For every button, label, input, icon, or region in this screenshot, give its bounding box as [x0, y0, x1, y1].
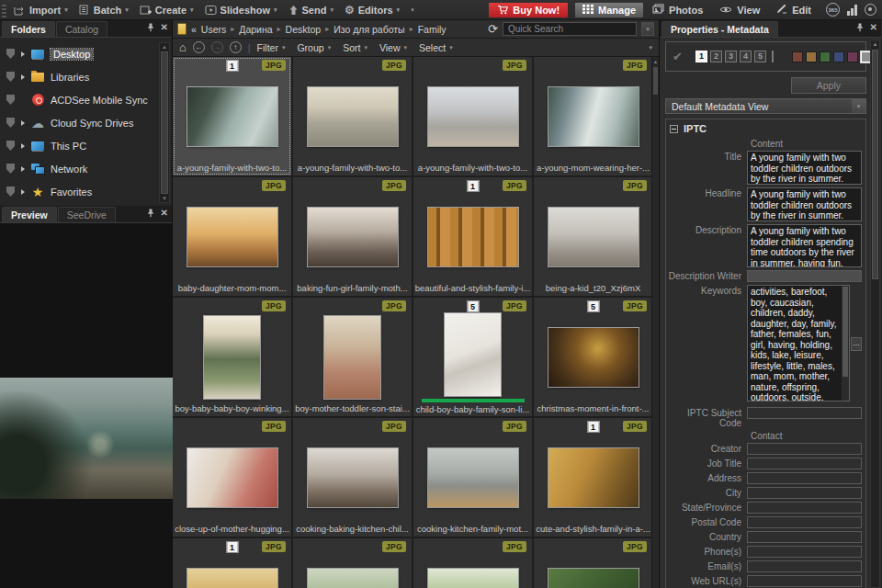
quick-search-dropdown[interactable]: ▾ — [641, 22, 654, 36]
tree-item-this-pc[interactable]: This PC — [4, 134, 157, 157]
tree-item-desktop[interactable]: Desktop — [4, 42, 157, 65]
thumbnail-image[interactable] — [548, 328, 639, 387]
color-label-4[interactable] — [833, 51, 844, 62]
expand-arrow-icon[interactable] — [21, 120, 25, 126]
breadcrumb-item[interactable]: Изо для работы — [334, 24, 405, 35]
thumbnail-image[interactable] — [204, 316, 260, 399]
preview-image[interactable] — [0, 378, 173, 499]
thumbnail-cell[interactable]: 1JPGcute-and-stylish-family-in-a-... — [534, 418, 652, 537]
mode-photos[interactable]: Photos — [645, 2, 710, 17]
menu-create[interactable]: Create▾ — [140, 5, 194, 16]
thumbnail-image[interactable] — [308, 448, 398, 507]
back-icon[interactable]: ← — [193, 41, 205, 53]
thumbnail-image[interactable] — [308, 208, 398, 266]
thumbnail-cell[interactable]: 1JPG — [173, 538, 291, 588]
thumbnail-image[interactable] — [445, 313, 501, 396]
mode-manage[interactable]: Manage — [575, 3, 643, 17]
thumbnail-image[interactable] — [187, 448, 277, 507]
tree-item-network[interactable]: Network — [4, 157, 157, 180]
mode-edit[interactable]: Edit — [769, 2, 819, 17]
close-panel-icon[interactable]: ✕ — [161, 209, 168, 218]
up-icon[interactable]: ↑ — [230, 41, 242, 53]
color-label-2[interactable] — [806, 51, 817, 62]
expand-arrow-icon[interactable] — [21, 143, 25, 149]
thumbnail-image[interactable] — [548, 569, 639, 588]
toolbar-overflow-icon[interactable]: ▾ — [649, 44, 652, 51]
web-url-s--input[interactable] — [747, 575, 862, 587]
phone-s--input[interactable] — [747, 546, 862, 558]
menu-slideshow[interactable]: Slideshow▾ — [205, 5, 277, 16]
acdsee-365-icon[interactable]: 365 — [826, 3, 840, 17]
menu-view[interactable]: View▾ — [379, 42, 407, 53]
thumbnail-cell[interactable]: JPGbaby-daughter-mom-mom... — [173, 177, 291, 296]
rating-5-button[interactable]: 5 — [754, 51, 766, 62]
rating-2-button[interactable]: 2 — [710, 51, 722, 62]
description-writer-input[interactable] — [747, 270, 862, 282]
breadcrumb-back-icon[interactable]: « — [191, 24, 197, 35]
refresh-icon[interactable]: ⟳ — [488, 24, 498, 35]
menu-select[interactable]: Select▾ — [419, 42, 453, 53]
breadcrumb-item[interactable]: Дарина — [239, 24, 272, 35]
title-input[interactable]: A young family with two toddler children… — [747, 151, 862, 185]
address-input[interactable] — [747, 472, 862, 484]
scroll-up-icon[interactable]: ▲ — [871, 41, 879, 47]
tab-seedrive[interactable]: SeeDrive — [58, 207, 116, 222]
breadcrumb-item[interactable]: Desktop — [286, 24, 322, 35]
city-input[interactable] — [747, 487, 862, 499]
thumbnail-cell[interactable]: 5JPGchild-boy-baby-family-son-li... — [413, 298, 532, 416]
grid-scrollbar[interactable]: ▲ — [651, 57, 659, 588]
thumbnail-cell[interactable]: JPGbeing-a-kid_t20_Xzj6mX — [534, 177, 652, 296]
toolbar-grip[interactable] — [2, 3, 6, 17]
thumbnail-cell[interactable]: JPG — [293, 538, 412, 588]
keywords-more-button[interactable]: ... — [851, 337, 862, 351]
keywords-scrollbar[interactable] — [842, 286, 849, 401]
menu-import[interactable]: Import▾ — [14, 5, 68, 16]
mode-view[interactable]: View — [712, 3, 767, 17]
thumbnail-image[interactable] — [308, 569, 398, 588]
tree-item-favorites[interactable]: ★Favorites — [4, 180, 157, 203]
country-input[interactable] — [747, 531, 862, 543]
scroll-down-icon[interactable]: ▼ — [160, 196, 169, 201]
thumbnail-cell[interactable]: 1JPGbeautiful-and-stylish-family-i... — [413, 177, 532, 296]
current-folder-icon[interactable] — [177, 23, 187, 35]
thumbnail-image[interactable] — [548, 448, 639, 507]
thumbnail-cell[interactable]: JPGbaking-fun-girl-family-moth... — [293, 177, 412, 296]
thumbnail-image[interactable] — [428, 87, 518, 146]
sync-status-icon[interactable] — [865, 4, 876, 16]
iptc-section-header[interactable]: IPTC — [668, 121, 862, 136]
thumbnail-image[interactable] — [187, 208, 277, 266]
expand-arrow-icon[interactable] — [21, 51, 25, 57]
rating-4-button[interactable]: 4 — [740, 51, 752, 62]
pin-icon[interactable] — [147, 23, 154, 32]
headline-input[interactable]: A young family with two toddler children… — [747, 187, 862, 221]
keywords-input[interactable]: activities, barefoot, boy, caucasian, ch… — [747, 285, 850, 401]
tree-scrollbar[interactable]: ▲ ▼ — [159, 42, 170, 203]
thumbnail-image[interactable] — [548, 87, 639, 146]
thumbnail-cell[interactable]: JPGboy-baby-baby-boy-winking... — [173, 298, 291, 416]
tree-item-libraries[interactable]: Libraries — [4, 65, 157, 88]
pin-icon[interactable] — [856, 23, 864, 32]
menu-filter[interactable]: Filter▾ — [257, 42, 286, 53]
thumbnail-cell[interactable]: 1JPGa-young-family-with-two-to... — [173, 57, 291, 175]
menu-send[interactable]: Send▾ — [288, 5, 334, 16]
toolbar-overflow-icon[interactable]: ▾ — [411, 6, 414, 14]
menu-group[interactable]: Group▾ — [297, 42, 331, 53]
tab-preview[interactable]: Preview — [2, 207, 57, 222]
tree-item-acdsee-mobile-sync[interactable]: ACDSee Mobile Sync — [4, 88, 157, 111]
tab-folders[interactable]: Folders — [2, 21, 55, 37]
postal-code-input[interactable] — [747, 516, 862, 528]
subject-code-input[interactable] — [747, 407, 862, 419]
state-province-input[interactable] — [747, 502, 862, 514]
forward-icon[interactable]: → — [211, 41, 223, 53]
color-label-1[interactable] — [792, 51, 803, 62]
thumbnail-cell[interactable]: 5JPGchristmas-moment-in-front-... — [534, 298, 652, 416]
thumbnail-image[interactable] — [308, 87, 398, 146]
home-icon[interactable]: ⌂ — [179, 41, 187, 53]
thumbnail-image[interactable] — [428, 569, 518, 588]
job-title-input[interactable] — [747, 458, 862, 469]
tree-item-cloud-sync-drives[interactable]: ☁Cloud Sync Drives — [4, 111, 157, 134]
clear-rating-button[interactable] — [772, 51, 774, 62]
chevron-down-icon[interactable]: ▾ — [852, 99, 865, 113]
close-panel-icon[interactable]: ✕ — [161, 23, 168, 32]
quick-search-input[interactable]: Quick Search — [503, 22, 637, 36]
